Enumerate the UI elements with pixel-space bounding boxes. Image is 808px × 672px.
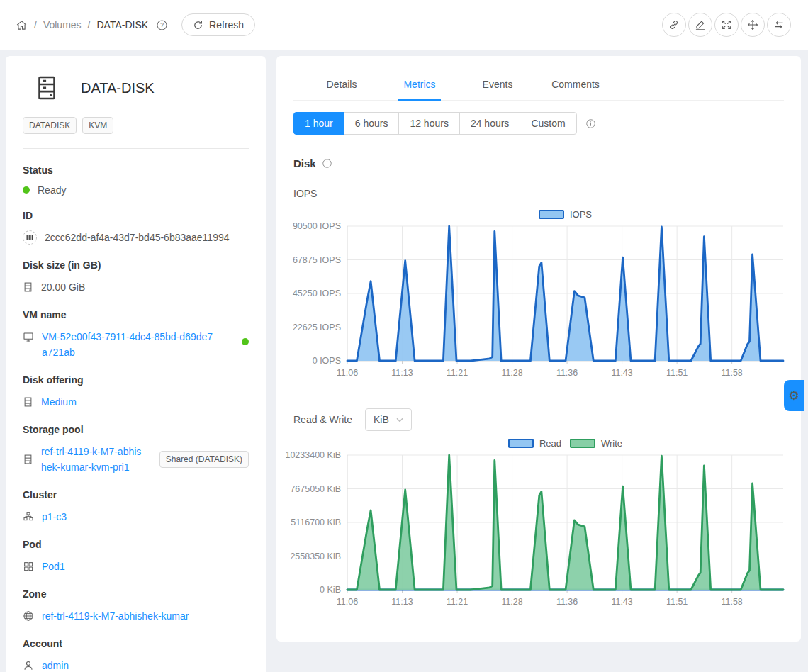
move-arrows-icon <box>747 19 758 30</box>
swap-arrows-icon <box>773 19 785 30</box>
iops-chart-title: IOPS <box>293 188 784 199</box>
svg-text:7675050 KiB: 7675050 KiB <box>290 484 341 494</box>
legend-item-read[interactable]: Read <box>508 438 561 449</box>
field-id: ID 2ccc62dd-af4a-43d7-bd45-6b83aae11994 <box>23 210 249 245</box>
user-icon <box>23 660 34 671</box>
svg-text:11:58: 11:58 <box>721 368 742 378</box>
svg-text:?: ? <box>160 21 164 28</box>
migrate-volume-button[interactable] <box>741 13 765 37</box>
svg-text:11:51: 11:51 <box>666 597 688 607</box>
breadcrumb-volumes-link[interactable]: Volumes <box>43 19 82 30</box>
field-disk-offering: Disk offering Medium <box>23 374 249 410</box>
globe-icon <box>23 610 34 622</box>
read-write-legend: Read Write <box>347 438 783 449</box>
disk-volume-icon <box>34 74 60 101</box>
detail-panel: Details Metrics Events Comments 1 hour 6… <box>276 56 801 642</box>
svg-text:22625 IOPS: 22625 IOPS <box>293 323 341 332</box>
detail-tabs: Details Metrics Events Comments <box>293 70 784 101</box>
id-value: 2ccc62dd-af4a-43d7-bd45-6b83aae11994 <box>45 230 230 245</box>
disk-section-title: Disk <box>293 157 784 169</box>
unit-select[interactable]: KiB <box>365 408 412 431</box>
svg-text:0 KiB: 0 KiB <box>320 585 341 595</box>
iops-chart[interactable]: 0 IOPS22625 IOPS45250 IOPS67875 IOPS9050… <box>285 221 784 383</box>
disk-offering-link[interactable]: Medium <box>41 394 77 410</box>
gear-icon: ⚙ <box>788 388 799 403</box>
svg-text:90500 IOPS: 90500 IOPS <box>293 221 341 231</box>
settings-fab-button[interactable]: ⚙ <box>784 380 804 411</box>
chevron-down-icon <box>396 418 403 422</box>
range-custom-button[interactable]: Custom <box>520 112 576 135</box>
read-write-chart[interactable]: 0 KiB2558350 KiB5116700 KiB7675050 KiB10… <box>285 450 784 612</box>
field-disk-size: Disk size (in GB) 20.00 GiB <box>23 259 249 295</box>
disk-size-value: 20.00 GiB <box>41 279 85 295</box>
info-circle-icon[interactable] <box>585 118 596 129</box>
desktop-icon <box>23 331 34 342</box>
svg-text:11:28: 11:28 <box>501 597 522 607</box>
tag-datadisk[interactable]: DATADISK <box>23 117 77 134</box>
svg-text:67875 IOPS: 67875 IOPS <box>293 255 341 265</box>
status-value: Ready <box>38 184 66 196</box>
breadcrumb: / Volumes / DATA-DISK ? Refresh <box>16 13 255 36</box>
hdd-icon <box>23 396 33 408</box>
storage-pool-scope-tag: Shared (DATADISK) <box>159 451 249 468</box>
legend-item-write[interactable]: Write <box>570 438 622 449</box>
zone-link[interactable]: ref-trl-4119-k-M7-abhishek-kumar <box>42 608 189 624</box>
svg-text:11:51: 11:51 <box>666 368 688 378</box>
resource-title: DATA-DISK <box>81 80 155 96</box>
tab-details[interactable]: Details <box>303 70 381 100</box>
tab-metrics[interactable]: Metrics <box>381 70 459 100</box>
refresh-label: Refresh <box>209 19 244 30</box>
tag-kvm[interactable]: KVM <box>82 117 113 134</box>
range-6-hours-button[interactable]: 6 hours <box>344 112 400 135</box>
svg-text:11:36: 11:36 <box>556 597 578 607</box>
range-12-hours-button[interactable]: 12 hours <box>398 112 459 135</box>
field-cluster: Cluster p1-c3 <box>23 489 249 525</box>
home-icon[interactable] <box>16 19 28 31</box>
resource-summary-card: DATA-DISK DATADISK KVM Status Ready ID 2… <box>6 56 266 672</box>
iops-legend: IOPS <box>347 209 783 220</box>
refresh-button[interactable]: Refresh <box>181 13 255 36</box>
svg-text:11:58: 11:58 <box>721 597 742 607</box>
time-range-group: 1 hour 6 hours 12 hours 24 hours Custom <box>293 112 577 135</box>
storage-pool-link[interactable]: ref-trl-4119-k-M7-abhishek-kumar-kvm-pri… <box>41 444 143 475</box>
range-24-hours-button[interactable]: 24 hours <box>459 112 520 135</box>
status-ready-dot <box>23 186 30 194</box>
svg-text:0 IOPS: 0 IOPS <box>313 356 341 366</box>
field-status: Status Ready <box>23 164 249 196</box>
change-offering-button[interactable] <box>767 13 791 37</box>
svg-text:11:28: 11:28 <box>501 368 522 378</box>
write-swatch <box>570 439 595 448</box>
tab-comments[interactable]: Comments <box>537 70 615 100</box>
svg-text:11:06: 11:06 <box>337 597 358 607</box>
legend-item-iops[interactable]: IOPS <box>539 209 592 220</box>
svg-text:11:36: 11:36 <box>556 368 578 378</box>
help-circle-icon[interactable]: ? <box>156 19 168 31</box>
fullscreen-expand-icon <box>721 19 732 30</box>
field-account: Account admin <box>23 638 249 672</box>
tab-events[interactable]: Events <box>459 70 537 100</box>
edit-pencil-icon <box>695 19 706 30</box>
attach-volume-button[interactable] <box>662 13 686 37</box>
svg-text:5116700 KiB: 5116700 KiB <box>291 517 341 527</box>
divider <box>23 148 249 149</box>
pod-link[interactable]: Pod1 <box>42 559 65 574</box>
read-swatch <box>508 439 534 448</box>
breadcrumb-current: DATA-DISK <box>96 19 148 30</box>
breadcrumb-separator: / <box>34 19 37 30</box>
edit-volume-button[interactable] <box>688 13 712 37</box>
cluster-link[interactable]: p1-c3 <box>42 509 67 525</box>
range-1-hour-button[interactable]: 1 hour <box>293 112 344 135</box>
svg-text:11:21: 11:21 <box>447 597 468 607</box>
svg-text:10233400 KiB: 10233400 KiB <box>285 450 341 460</box>
info-circle-icon[interactable] <box>322 158 332 169</box>
time-range-row: 1 hour 6 hours 12 hours 24 hours Custom <box>293 112 784 135</box>
resize-volume-button[interactable] <box>714 13 739 37</box>
svg-text:11:21: 11:21 <box>447 368 468 378</box>
account-link[interactable]: admin <box>42 658 69 672</box>
grid-appstore-icon <box>23 561 34 572</box>
svg-text:2558350 KiB: 2558350 KiB <box>290 551 341 561</box>
read-write-row: Read & Write KiB <box>293 408 784 431</box>
field-zone: Zone ref-trl-4119-k-M7-abhishek-kumar <box>23 588 249 624</box>
barcode-icon <box>23 230 37 245</box>
vm-name-link[interactable]: VM-52e00f43-7911-4dc4-85bd-d69de7a721ab <box>42 329 218 360</box>
